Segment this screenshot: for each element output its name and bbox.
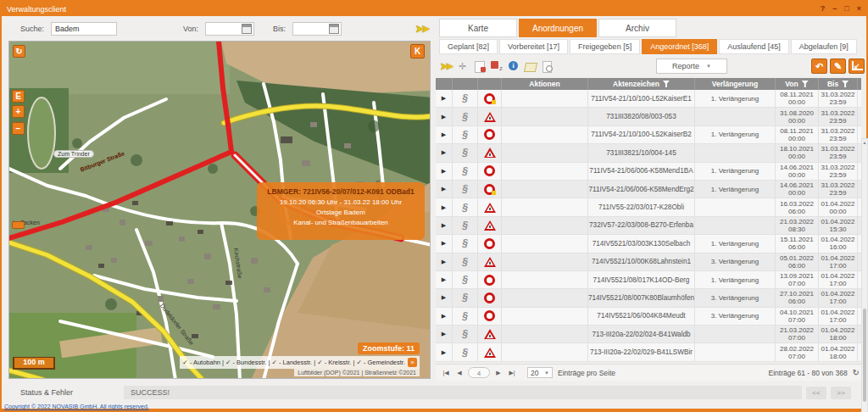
table-row[interactable]: ▶§711IV55-22/03/017-K28Obli16.03.202206:… <box>436 198 861 216</box>
expand-row-icon[interactable]: ▶ <box>442 294 446 301</box>
table-row[interactable]: ▶§711IV54-21/06/006-K58MendErg21. Verlän… <box>436 181 861 198</box>
next-page-icon[interactable]: ▶ <box>492 370 505 376</box>
subtab-geplant[interactable]: Geplant [82] <box>439 39 498 54</box>
bis-date-input[interactable] <box>293 23 329 35</box>
expand-row-icon[interactable]: ▶ <box>442 313 446 320</box>
cell-verlaengerung <box>695 198 776 215</box>
forward-icon[interactable]: ➤➤ <box>439 60 452 73</box>
center-map-icon[interactable]: ✛ <box>456 60 469 73</box>
table-row[interactable]: ▶§731III3821/10/004-14518.10.202100:0031… <box>436 144 861 162</box>
status-next-button[interactable]: >> <box>831 387 851 399</box>
expand-row-icon[interactable]: ▶ <box>442 240 446 247</box>
table-row[interactable]: ▶§731III3820/08/003-05331.08.202000:0031… <box>436 108 861 125</box>
expand-row-icon[interactable]: ▶ <box>442 204 446 211</box>
table-scrollbar[interactable]: ▲ ▼ <box>861 138 868 412</box>
col-bis[interactable]: Bis <box>819 78 858 90</box>
expand-row-icon[interactable]: ▶ <box>442 186 446 192</box>
pan-tool-button[interactable]: ↶ <box>811 58 827 74</box>
page-size-value: 20 <box>531 369 538 377</box>
calendar-icon[interactable] <box>329 24 339 34</box>
help-icon[interactable]: ? <box>821 2 826 16</box>
subtab-auslaufend[interactable]: Auslaufend [45] <box>719 39 789 54</box>
expand-row-icon[interactable]: ▶ <box>442 149 446 156</box>
prev-page-icon[interactable]: ◀ <box>453 370 466 376</box>
map-e-button[interactable]: E <box>12 90 25 103</box>
calendar-icon[interactable] <box>242 24 252 34</box>
page-size-select[interactable]: 20 ▼ <box>527 367 553 378</box>
minimize-icon[interactable]: – <box>832 2 837 16</box>
table-row[interactable]: ▶§714IV5521/08/017K14OD-Berg1. Verlänger… <box>436 271 861 289</box>
subtab-abgelaufen[interactable]: Abgelaufen [9] <box>791 39 857 54</box>
reporte-dropdown[interactable]: Reporte ▼ <box>656 58 727 74</box>
table-row[interactable]: ▶§714IV5521/08/007K80Blaumhöfen3. Verlän… <box>436 289 861 307</box>
subtab-angeordnet[interactable]: Angeordnet [368] <box>642 39 717 54</box>
table-row[interactable]: ▶§711IV54-21/06/006-K58Mend1BA1. Verläng… <box>436 163 861 181</box>
map-refresh-button[interactable]: ↻ <box>13 45 25 58</box>
expand-row-icon[interactable]: ▶ <box>442 349 446 356</box>
map-zoom-in-button[interactable]: + <box>12 105 25 118</box>
export-icon[interactable] <box>473 60 486 73</box>
preview-icon[interactable] <box>541 60 554 73</box>
search-input[interactable] <box>51 22 117 36</box>
table-row[interactable]: ▶§714IV5521/03/003K130Selbach1. Verlänge… <box>436 235 861 253</box>
refresh-list-icon[interactable]: ↻ <box>853 368 860 377</box>
legend-more-icon[interactable]: » <box>408 358 417 367</box>
copyright-link[interactable]: Copyright © 2022 NOVASIB GmbH. All right… <box>4 404 149 409</box>
von-label: Von: <box>183 25 198 33</box>
table-row[interactable]: ▶§713-III20a-22/02/024-B41Waldb21.03.202… <box>436 326 861 343</box>
expand-row-icon[interactable]: ▶ <box>442 95 446 102</box>
filter-icon[interactable] <box>802 81 809 87</box>
expand-row-icon[interactable]: ▶ <box>442 276 446 283</box>
cell-aktenzeichen: 714IV5521/08/007K80Blaumhöfen <box>588 289 695 306</box>
maximize-icon[interactable]: □ <box>844 2 849 16</box>
tab-karte[interactable]: Karte <box>439 19 517 37</box>
edit-tool-button[interactable]: ✎ <box>830 58 846 74</box>
sort-icon[interactable] <box>490 60 503 73</box>
table-row[interactable]: ▶§711IV54-21/10/100-L52KaiserB21. Verlän… <box>436 126 861 144</box>
col-von[interactable]: Von <box>776 78 819 90</box>
table-row[interactable]: ▶§713-III20a-22/02/029-B41LSWBir28.02.20… <box>436 343 861 361</box>
col-aktenzeichen[interactable]: Aktenzeichen <box>588 78 695 90</box>
expand-row-icon[interactable]: ▶ <box>442 168 446 175</box>
close-icon[interactable]: × <box>857 2 861 16</box>
cell-aktenzeichen: 714IV5521/08/017K14OD-Berg <box>588 271 695 288</box>
info-icon[interactable] <box>507 60 520 73</box>
subtab-freigegeben[interactable]: Freigegeben [5] <box>570 39 640 54</box>
expand-row-icon[interactable]: ▶ <box>442 259 446 265</box>
col-verlaengerung[interactable]: Verlängerung <box>695 78 776 90</box>
map-zoom-out-button[interactable]: − <box>12 122 25 135</box>
col-aktionen[interactable]: Aktionen <box>502 78 588 90</box>
cell-aktionen <box>502 271 588 288</box>
first-page-icon[interactable]: |◀ <box>439 370 453 376</box>
tab-archiv[interactable]: Archiv <box>598 19 676 37</box>
map-panel[interactable]: LBMGER: 721IV56-20/07/012-K091 ODBad1 19… <box>8 41 431 379</box>
table-row[interactable]: ▶§732IV57-22/03/008-B270-Erfenba21.03.20… <box>436 217 861 235</box>
expand-row-icon[interactable]: ▶ <box>442 331 446 337</box>
cell-aktionen <box>502 144 588 161</box>
von-date-input[interactable] <box>206 23 242 35</box>
cell-verlaengerung <box>695 108 776 125</box>
cell-verlaengerung: 1. Verlängerung <box>695 90 776 107</box>
last-page-icon[interactable]: ▶| <box>505 370 519 376</box>
chart-tool-button[interactable] <box>849 58 865 74</box>
tab-anordnungen[interactable]: Anordnungen <box>519 19 597 37</box>
expand-row-icon[interactable]: ▶ <box>442 114 446 120</box>
filter-icon[interactable] <box>842 81 849 87</box>
current-page-indicator[interactable]: 4 <box>468 367 490 378</box>
filter-icon[interactable] <box>663 81 670 87</box>
expand-row-icon[interactable]: ▶ <box>442 131 446 138</box>
road-legend-items[interactable]: ✓ - Autobahn | ✓ - Bundesstr. | ✓ - Land… <box>182 359 405 366</box>
scroll-up-icon[interactable]: ▲ <box>862 140 867 145</box>
expand-row-icon[interactable]: ▶ <box>442 222 446 229</box>
table-row[interactable]: ▶§711IV54-21/10/100-L52KaiserE11. Verlän… <box>436 90 861 108</box>
table-row[interactable]: ▶§714IV5521/06/004K84Meudt3. Verlängerun… <box>436 308 861 326</box>
table-row[interactable]: ▶§714IV5521/10/00K68Lahnstein13. Verläng… <box>436 253 861 271</box>
notes-icon[interactable] <box>524 60 537 73</box>
cell-von: 05.01.202206:00 <box>776 253 819 270</box>
subtab-vorbereitet[interactable]: Vorbereitet [17] <box>499 39 568 54</box>
status-prev-button[interactable]: << <box>806 387 826 399</box>
apply-filter-icon[interactable]: ➤➤ <box>415 23 427 35</box>
map-slider-handle[interactable]: ­ <box>12 221 25 229</box>
warning-sign-icon <box>484 348 496 358</box>
map-k-button[interactable]: K <box>410 44 425 58</box>
